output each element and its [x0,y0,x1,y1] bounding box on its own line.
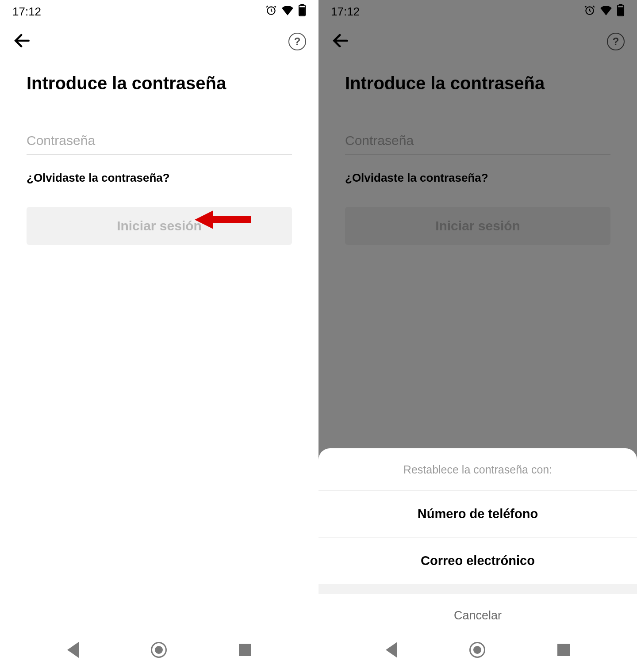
sheet-title: Restablece la contraseña con: [318,463,637,490]
sheet-option-phone[interactable]: Número de teléfono [318,490,637,537]
android-nav-bar [318,632,637,672]
nav-recent-icon[interactable] [557,644,570,656]
nav-home-icon[interactable] [469,642,485,658]
status-bar: 17:12 [0,0,318,23]
sheet-option-email[interactable]: Correo electrónico [318,537,637,584]
svg-rect-9 [618,8,623,15]
nav-home-icon[interactable] [151,642,167,658]
nav-back-icon[interactable] [67,642,79,658]
help-icon[interactable]: ? [288,33,306,50]
status-time: 17:12 [12,5,41,19]
back-icon[interactable] [331,31,350,52]
annotation-arrow [195,209,252,231]
login-button[interactable]: Iniciar sesión [345,207,610,245]
page-title: Introduce la contraseña [27,73,292,93]
svg-marker-5 [195,210,213,229]
svg-rect-2 [301,4,303,5]
status-bar: 17:12 [318,0,637,23]
sheet-cancel-button[interactable]: Cancelar [318,594,637,632]
android-nav-bar [0,632,318,672]
status-time: 17:12 [331,5,360,19]
password-field-wrap: Contraseña [345,133,610,155]
phone-screen-right: 17:12 ? Introduce la contraseña Contrase… [318,0,637,672]
nav-recent-icon[interactable] [239,644,251,656]
wifi-icon [600,5,612,19]
forgot-password-link[interactable]: ¿Olvidaste la contraseña? [345,171,488,185]
phone-screen-left: 17:12 ? Introduce la contraseña Contrase… [0,0,318,672]
reset-password-sheet: Restablece la contraseña con: Número de … [318,448,637,632]
password-input[interactable]: Contraseña [345,133,610,148]
wifi-icon [281,5,294,19]
nav-back-icon[interactable] [386,642,397,658]
password-input[interactable]: Contraseña [27,133,292,148]
alarm-icon [265,4,277,19]
status-icons [265,4,306,19]
alarm-icon [584,4,595,19]
status-icons [584,4,625,19]
password-field-wrap: Contraseña [27,133,292,155]
login-button[interactable]: Iniciar sesión [27,207,292,245]
app-header: ? [318,23,637,56]
sheet-separator [318,584,637,594]
page-title: Introduce la contraseña [345,73,610,93]
main-content: Introduce la contraseña Contraseña ¿Olvi… [0,56,318,632]
back-icon[interactable] [12,31,32,52]
battery-icon [617,4,625,19]
forgot-password-link[interactable]: ¿Olvidaste la contraseña? [27,171,170,185]
svg-rect-3 [300,8,304,15]
svg-rect-8 [619,4,622,5]
battery-icon [298,4,306,19]
help-icon[interactable]: ? [607,33,625,50]
app-header: ? [0,23,318,56]
